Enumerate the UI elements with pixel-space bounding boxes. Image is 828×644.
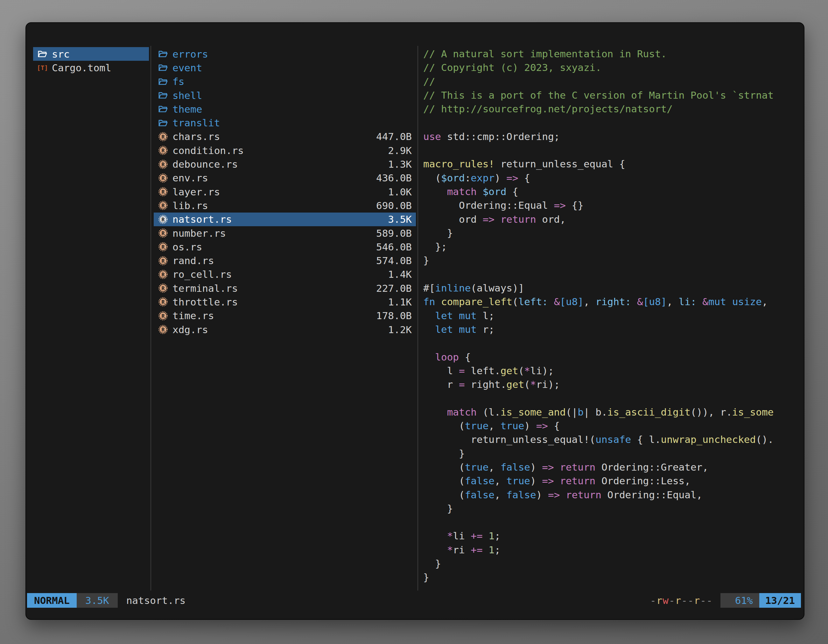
entry-name: number.rs	[172, 227, 226, 239]
code-line: let mut r;	[423, 323, 801, 336]
yazi-window: src[T]Cargo.toml errorseventfsshelltheme…	[25, 22, 804, 620]
status-bar-left: NORMAL 3.5K natsort.rs	[27, 593, 185, 608]
entry-name: throttle.rs	[172, 296, 238, 308]
entry-name: condition.rs	[172, 145, 244, 156]
svg-text:[T]: [T]	[37, 64, 48, 72]
entry-name: fs	[172, 76, 184, 87]
code-line: match (l.is_some_and(|b| b.is_ascii_digi…	[423, 405, 801, 419]
rust-icon: R	[158, 145, 172, 155]
status-filename: natsort.rs	[126, 595, 186, 606]
svg-text:R: R	[162, 244, 165, 250]
file-row-throttle.rs[interactable]: Rthrottle.rs1.1K	[154, 295, 416, 309]
file-row-ro_cell.rs[interactable]: Rro_cell.rs1.4K	[154, 268, 416, 281]
code-line: // This is a port of the C version of Ma…	[423, 88, 801, 102]
toml-icon: [T]	[37, 63, 52, 73]
code-line: l = left.get(*li);	[423, 364, 801, 378]
dir-row-theme[interactable]: theme	[154, 102, 416, 116]
file-row-condition.rs[interactable]: Rcondition.rs2.9K	[154, 144, 416, 157]
entry-name: layer.rs	[172, 186, 220, 197]
entry-name: event	[172, 62, 202, 74]
rust-icon: R	[158, 200, 172, 211]
dir-row-fs[interactable]: fs	[154, 75, 416, 88]
rust-icon: R	[158, 214, 172, 225]
svg-text:R: R	[162, 147, 165, 154]
entry-size: 574.0B	[376, 255, 412, 266]
code-line: }	[423, 447, 801, 461]
entry-name: ro_cell.rs	[172, 268, 232, 280]
entry-name: src	[52, 49, 70, 60]
status-bar-right: -rw-r--r-- 61% 13/21	[650, 593, 801, 608]
code-line: *ri += 1;	[423, 543, 801, 557]
entry-size: 3.5K	[388, 213, 412, 225]
code-line	[423, 336, 801, 350]
dir-row-event[interactable]: event	[154, 61, 416, 74]
dir-row-translit[interactable]: translit	[154, 116, 416, 130]
rust-icon: R	[158, 269, 172, 280]
entry-size: 178.0B	[376, 310, 412, 321]
entry-name: errors	[172, 49, 208, 60]
folder-open-icon	[158, 90, 172, 100]
code-line: }	[423, 570, 801, 584]
rust-icon: R	[158, 159, 172, 169]
file-row-xdg.rs[interactable]: Rxdg.rs1.2K	[154, 323, 416, 336]
svg-text:R: R	[162, 327, 165, 333]
rust-icon: R	[158, 173, 172, 183]
folder-open-icon	[37, 49, 52, 59]
code-line: // A natural sort implementation in Rust…	[423, 47, 801, 61]
code-line: }	[423, 254, 801, 267]
entry-size: 690.0B	[376, 200, 412, 211]
entry-name: shell	[172, 90, 202, 101]
file-row-natsort.rs[interactable]: Rnatsort.rs3.5K	[154, 213, 416, 226]
svg-text:R: R	[162, 175, 165, 181]
dir-row-src[interactable]: src	[33, 47, 149, 61]
file-preview-pane[interactable]: // A natural sort implementation in Rust…	[423, 47, 801, 593]
file-row-chars.rs[interactable]: Rchars.rs447.0B	[154, 130, 416, 144]
svg-text:R: R	[162, 134, 165, 140]
code-line: return_unless_equal!(unsafe { l.unwrap_u…	[423, 433, 801, 447]
cursor-position-badge: 13/21	[759, 593, 801, 608]
file-row-rand.rs[interactable]: Rrand.rs574.0B	[154, 254, 416, 267]
file-row-os.rs[interactable]: Ros.rs546.0B	[154, 240, 416, 254]
parent-pane: src[T]Cargo.toml	[33, 47, 149, 75]
file-row-time.rs[interactable]: Rtime.rs178.0B	[154, 309, 416, 323]
svg-text:R: R	[162, 203, 165, 209]
svg-text:R: R	[162, 285, 165, 291]
code-line: (true, false) => return Ordering::Greate…	[423, 461, 801, 474]
file-row-layer.rs[interactable]: Rlayer.rs1.0K	[154, 185, 416, 199]
code-line: (true, true) => {	[423, 419, 801, 433]
rust-icon: R	[158, 310, 172, 321]
entry-name: time.rs	[172, 310, 214, 321]
code-line: ($ord:expr) => {	[423, 171, 801, 185]
code-line: match $ord {	[423, 185, 801, 199]
entry-size: 589.0B	[376, 227, 412, 239]
svg-text:R: R	[162, 299, 165, 305]
file-row-Cargo.toml[interactable]: [T]Cargo.toml	[33, 61, 149, 74]
file-row-terminal.rs[interactable]: Rterminal.rs227.0B	[154, 281, 416, 295]
folder-open-icon	[158, 104, 172, 114]
file-row-lib.rs[interactable]: Rlib.rs690.0B	[154, 199, 416, 212]
entry-size: 2.9K	[388, 145, 412, 156]
code-line: };	[423, 240, 801, 254]
code-line: (false, true) => return Ordering::Less,	[423, 474, 801, 488]
file-row-number.rs[interactable]: Rnumber.rs589.0B	[154, 226, 416, 240]
code-line: use std::cmp::Ordering;	[423, 130, 801, 144]
entry-size: 1.0K	[388, 186, 412, 197]
folder-open-icon	[158, 118, 172, 128]
code-line: }	[423, 557, 801, 570]
entry-size: 1.1K	[388, 296, 412, 308]
code-line: #[inline(always)]	[423, 281, 801, 295]
entry-name: terminal.rs	[172, 282, 238, 294]
status-bar: NORMAL 3.5K natsort.rs -rw-r--r-- 61% 13…	[27, 593, 801, 608]
entry-size: 1.4K	[388, 268, 412, 280]
scroll-percent-badge: 61%	[720, 593, 759, 608]
entry-size: 227.0B	[376, 282, 412, 294]
file-size-badge: 3.5K	[77, 593, 118, 608]
folder-open-icon	[158, 63, 172, 73]
file-row-debounce.rs[interactable]: Rdebounce.rs1.3K	[154, 157, 416, 171]
file-row-env.rs[interactable]: Renv.rs436.0B	[154, 171, 416, 185]
dir-row-errors[interactable]: errors	[154, 47, 416, 61]
svg-text:R: R	[162, 216, 165, 223]
entry-size: 546.0B	[376, 241, 412, 253]
folder-open-icon	[158, 76, 172, 87]
dir-row-shell[interactable]: shell	[154, 88, 416, 102]
